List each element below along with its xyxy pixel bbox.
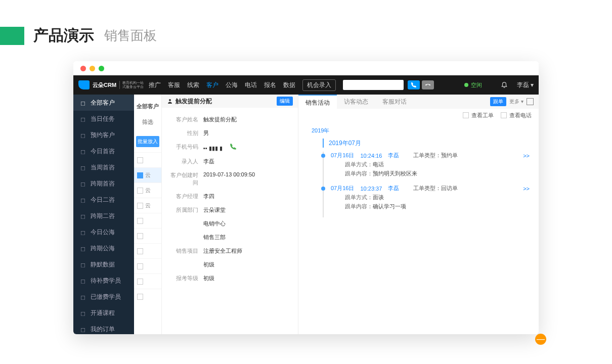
checkbox-icon[interactable] <box>137 263 143 269</box>
checkbox-icon[interactable] <box>137 294 143 300</box>
logo-sub-line1: 教育机构一站 <box>122 81 144 85</box>
checkbox-icon[interactable] <box>137 172 143 178</box>
search-input[interactable] <box>343 80 404 90</box>
checkbox-icon[interactable] <box>137 188 143 194</box>
sidebar-item-5[interactable]: ◻跨期首咨 <box>73 175 134 192</box>
list-row[interactable] <box>134 213 161 228</box>
sidebar-item-4[interactable]: ◻当周首咨 <box>73 159 134 175</box>
app-window: 云朵CRM 教育机构一站 式服务云平台 推广客服线索客户公海电话报名数据 机会录… <box>73 61 539 334</box>
user-name: 李磊 <box>517 81 529 88</box>
chat-icon: ◻ <box>80 180 86 187</box>
sidebar-item-3[interactable]: ◻今日首咨 <box>73 143 134 159</box>
activity-tab-1[interactable]: 访客动态 <box>337 95 375 109</box>
sea-icon: ◻ <box>80 245 86 251</box>
checkbox-icon[interactable] <box>137 203 143 209</box>
detail-field: 客户姓名触发提前分配 <box>168 113 292 126</box>
sidebar-item-0[interactable]: ◻全部客户 <box>73 95 134 111</box>
sidebar-item-2[interactable]: ◻预约客户 <box>73 127 134 143</box>
detail-field: 客户经理李四 <box>168 190 292 203</box>
batch-button[interactable]: 批量放入 <box>136 136 159 147</box>
field-value: 初级 <box>203 275 292 282</box>
person-icon <box>167 98 173 104</box>
follow-button[interactable]: 跟单 <box>490 97 506 106</box>
money-icon: ◻ <box>80 294 86 300</box>
phone-icon[interactable] <box>230 145 237 151</box>
hangup-button[interactable] <box>422 80 434 89</box>
money-icon: ◻ <box>80 278 86 284</box>
sidebar-item-10[interactable]: ◻静默数据 <box>73 256 134 272</box>
chance-entry-button[interactable]: 机会录入 <box>302 79 336 91</box>
maximize-dot[interactable] <box>99 66 104 71</box>
close-dot[interactable] <box>80 66 86 71</box>
expand-button[interactable]: >> <box>523 186 530 192</box>
edit-button[interactable]: 编辑 <box>277 97 293 106</box>
filter-view-calls[interactable]: 查看电话 <box>501 112 532 119</box>
checkbox-icon[interactable] <box>137 218 143 224</box>
nav-item-7[interactable]: 数据 <box>283 81 295 89</box>
hangup-icon <box>425 82 431 88</box>
detail-field: 销售三部 <box>168 231 292 244</box>
list-row[interactable] <box>134 152 161 167</box>
minimize-dot[interactable] <box>90 66 95 71</box>
filter-label[interactable]: 筛选 <box>134 113 161 131</box>
more-button[interactable]: 更多 ▾ <box>509 98 523 105</box>
nav-item-0[interactable]: 推广 <box>149 81 161 89</box>
list-row[interactable] <box>134 289 161 304</box>
sidebar-item-1[interactable]: ◻当日任务 <box>73 111 134 127</box>
list-row[interactable] <box>134 274 161 289</box>
list-row[interactable] <box>134 228 161 243</box>
sidebar-item-13[interactable]: ◻开通课程 <box>73 305 134 321</box>
popup-icon[interactable] <box>527 98 534 105</box>
checkbox-icon[interactable] <box>137 279 143 285</box>
list-row[interactable] <box>134 243 161 258</box>
sidebar-item-6[interactable]: ◻今日二咨 <box>73 192 134 208</box>
timeline-month: 2019年07月 <box>323 139 530 148</box>
checkbox-icon[interactable] <box>137 233 143 239</box>
topbar-right: 李磊 ▾ <box>501 81 534 89</box>
field-value: 电销中心 <box>203 220 292 228</box>
nav-item-4[interactable]: 公海 <box>226 81 238 89</box>
entry-type: 工单类型：预约单 <box>413 152 458 159</box>
timeline-card-head: 07月16日10:24:16李磊工单类型：预约单>> <box>331 152 530 159</box>
sidebar-item-11[interactable]: ◻待补费学员 <box>73 272 134 289</box>
sidebar-item-9[interactable]: ◻跨期公海 <box>73 240 134 256</box>
detail-title-wrap: 触发提前分配 <box>167 97 212 106</box>
sidebar-item-14[interactable]: ◻我的订单 <box>73 321 134 334</box>
sidebar-item-8[interactable]: ◻今日公海 <box>73 224 134 240</box>
checkbox-icon[interactable] <box>137 248 143 254</box>
list-row[interactable] <box>134 258 161 274</box>
activity-tab-2[interactable]: 客服对话 <box>375 95 414 109</box>
sidebar-item-12[interactable]: ◻已缴费学员 <box>73 289 134 305</box>
checkbox-icon[interactable] <box>137 157 143 163</box>
field-label: 销售项目 <box>168 247 203 255</box>
detail-field: 电销中心 <box>168 217 292 231</box>
nav-item-3[interactable]: 客户 <box>206 81 218 89</box>
activity-tab-0[interactable]: 销售活动 <box>298 95 337 109</box>
entry-person: 李磊 <box>388 152 399 159</box>
row-text: 云 <box>145 202 151 209</box>
activity-toolbar: 跟单 更多 ▾ <box>490 97 534 106</box>
chat-icon: ◻ <box>80 148 86 154</box>
list-row[interactable]: 云 <box>134 167 161 183</box>
filter-view-tickets[interactable]: 查看工单 <box>463 112 494 119</box>
entry-content: 跟单内容：确认学习一项 <box>331 201 530 210</box>
expand-button[interactable]: >> <box>523 153 530 159</box>
sidebar-item-label: 预约客户 <box>91 131 115 140</box>
order-icon: ◻ <box>80 326 86 332</box>
nav-item-6[interactable]: 报名 <box>264 81 276 89</box>
bell-icon[interactable] <box>501 81 508 89</box>
floating-action-button[interactable]: — <box>535 334 546 345</box>
user-menu[interactable]: 李磊 ▾ <box>517 81 534 89</box>
list-row[interactable]: 云 <box>134 183 161 198</box>
call-button[interactable] <box>408 80 420 89</box>
sidebar-item-7[interactable]: ◻跨期二咨 <box>73 208 134 224</box>
phone-icon <box>411 82 417 88</box>
timeline-card: 07月16日10:23:37李磊工单类型：回访单>>跟单方式：面谈跟单内容：确认… <box>323 185 530 217</box>
sidebar-item-label: 今日公海 <box>91 228 115 237</box>
list-row[interactable]: 云 <box>134 198 161 213</box>
detail-body: 客户姓名触发提前分配性别男手机号码▪▪ ▮▮▮ ▮录入人李磊客户创建时间2019… <box>162 108 298 290</box>
sidebar-item-label: 待补费学员 <box>91 277 121 285</box>
nav-item-5[interactable]: 电话 <box>245 81 257 89</box>
nav-item-2[interactable]: 线索 <box>187 81 199 89</box>
nav-item-1[interactable]: 客服 <box>168 81 180 89</box>
